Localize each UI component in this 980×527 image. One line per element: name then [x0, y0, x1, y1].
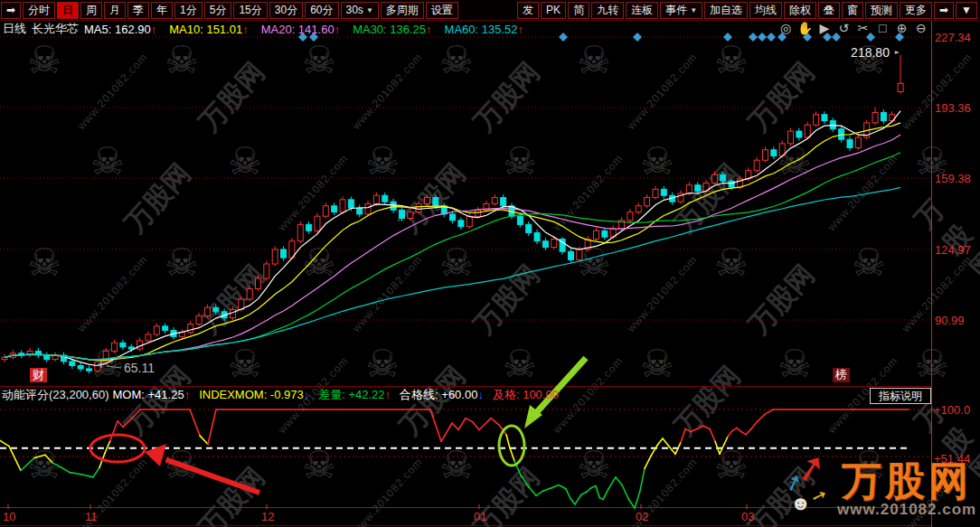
toolbar-button-事件[interactable]: 事件▼ — [660, 2, 702, 19]
event-diamond-icon — [723, 33, 732, 42]
toolbar-button-1分[interactable]: 1分 — [174, 2, 203, 19]
action-toolbar-group: 发PK简九转连板事件▼加自选均线除权叠窗预测更多➡▼ — [516, 0, 980, 20]
candle-body — [898, 83, 903, 91]
candle-body — [526, 224, 532, 232]
chart-canvas[interactable]: 65.11218.80 — [0, 0, 980, 527]
indicator-title: 动能评分(23,200,60) — [2, 387, 109, 403]
indicator-legend-item: 差量: +42.22↑ — [318, 388, 394, 401]
candle-body — [297, 224, 303, 240]
candle-body — [230, 310, 235, 318]
toolbar-button-30分[interactable]: 30分 — [269, 2, 303, 19]
ma-legend-item: MA60: 135.52↑ — [445, 23, 529, 36]
play-icon[interactable]: ▶ — [816, 21, 833, 35]
momentum-line-segment — [691, 428, 697, 431]
zoom-in-icon[interactable]: ⊕ — [894, 21, 910, 35]
toolbar-button-设置[interactable]: 设置 — [426, 2, 458, 19]
toolbar-button-周[interactable]: 周 — [80, 2, 102, 19]
green-circle-annotation — [499, 426, 524, 466]
toolbar-button-除权[interactable]: 除权 — [784, 2, 816, 19]
candle-body — [264, 264, 269, 278]
toolbar-button-更多[interactable]: 更多 — [900, 2, 932, 19]
candle-body — [602, 231, 608, 237]
toolbar-button-5分[interactable]: 5分 — [204, 2, 232, 19]
candle-body — [855, 137, 861, 147]
rank-badge[interactable]: 榜 — [833, 368, 850, 382]
eye-icon[interactable]: ◎ — [777, 21, 794, 35]
momentum-line-segment — [529, 487, 536, 496]
momentum-line-segment — [710, 428, 715, 441]
momentum-line-segment — [570, 499, 575, 504]
toolbar-button-多周期[interactable]: 多周期 — [381, 2, 424, 19]
momentum-line-segment — [746, 428, 751, 434]
toolbar-button-连板[interactable]: 连板 — [626, 2, 658, 19]
toolbar-button-简[interactable]: 简 — [568, 2, 589, 19]
candle-body — [306, 224, 312, 231]
momentum-line-segment — [616, 477, 622, 485]
hand-icon[interactable]: ✋ — [796, 21, 813, 35]
momentum-line-segment — [458, 419, 466, 430]
candle-body — [179, 333, 184, 337]
toolbar-button-季[interactable]: 季 — [127, 2, 149, 19]
box-icon[interactable]: □ — [874, 21, 890, 35]
momentum-line-segment — [93, 467, 99, 477]
toolbar-button-月[interactable]: 月 — [104, 2, 126, 19]
momentum-line-segment — [466, 419, 473, 422]
candle-body — [492, 198, 497, 204]
toolbar-button-日[interactable]: 日 — [57, 2, 79, 19]
momentum-line-segment — [190, 409, 200, 436]
month-axis-label: 11 — [85, 510, 98, 523]
site-logo: ➚ ➚ ➚ ☻ 万股网 www.201082.com — [788, 452, 980, 527]
momentum-line-segment — [131, 409, 140, 419]
toolbar-button-窗[interactable]: 窗 — [842, 2, 863, 19]
toolbar-button-分时[interactable]: 分时 — [23, 2, 55, 19]
candle-body — [281, 249, 287, 258]
candle-body — [881, 112, 886, 120]
up-arrow-icon: ↑ — [335, 23, 341, 36]
candle-body — [517, 216, 523, 224]
toolbar-button-➡[interactable]: ➡ — [934, 2, 954, 19]
toolbar-button-加自选[interactable]: 加自选 — [704, 2, 748, 19]
toolbar-button-九转[interactable]: 九转 — [591, 2, 624, 19]
ma30-line — [5, 153, 900, 360]
finance-badge[interactable]: 财 — [30, 368, 47, 382]
toolbar-button-均线[interactable]: 均线 — [749, 2, 782, 19]
toolbar-button-15分[interactable]: 15分 — [233, 2, 267, 19]
momentum-line-segment — [591, 486, 596, 488]
candle-body — [501, 198, 506, 206]
candle-body — [204, 307, 210, 315]
momentum-line-segment — [61, 467, 70, 472]
toolbar-button-发[interactable]: 发 — [517, 2, 539, 19]
toolbar-button-30s[interactable]: 30s▼ — [341, 2, 379, 19]
down-arrow-icon: ↓ — [304, 388, 310, 401]
toolbar-button-叠[interactable]: 叠 — [818, 2, 840, 19]
zoom-out-icon[interactable]: ⊖ — [913, 21, 929, 35]
indicator-legend-item: 合格线: +60.00↓ — [400, 388, 487, 401]
momentum-line-segment — [521, 475, 529, 487]
indicator-help-button[interactable]: 指标说明 — [870, 388, 931, 404]
toolbar-collapse-icon[interactable]: ➡ — [1, 2, 21, 19]
momentum-line-segment — [657, 438, 663, 446]
indicator-values: MOM: +41.25↑INDEXMOM: -0.973↓差量: +42.22↑… — [113, 387, 564, 403]
indicator-legend-item: MOM: +41.25↑ — [113, 388, 194, 401]
ma5-line — [5, 111, 900, 366]
momentum-line-segment — [681, 428, 685, 442]
momentum-line-segment — [551, 485, 559, 488]
candle-body — [551, 239, 557, 247]
momentum-line-segment — [703, 426, 710, 428]
candle-body — [796, 131, 802, 137]
momentum-line-segment — [645, 456, 651, 468]
toolbar-button-▼[interactable]: ▼ — [956, 2, 977, 19]
candle-body — [763, 150, 768, 160]
scissors-icon[interactable]: ✂ — [855, 21, 872, 35]
toolbar-button-PK[interactable]: PK — [541, 2, 566, 19]
price-axis-tick-label: 159.38 — [935, 172, 971, 185]
undo-icon[interactable]: ↺ — [835, 21, 852, 35]
candle-body — [822, 115, 827, 121]
month-axis-label: 10 — [3, 510, 15, 523]
momentum-line-segment — [758, 414, 765, 420]
toolbar-button-预测[interactable]: 预测 — [865, 2, 898, 19]
toolbar-button-年[interactable]: 年 — [151, 2, 173, 19]
down-arrow-icon: ↓ — [477, 388, 484, 401]
toolbar-button-60分[interactable]: 60分 — [305, 2, 338, 19]
logo-title: 万股网 — [842, 461, 972, 501]
